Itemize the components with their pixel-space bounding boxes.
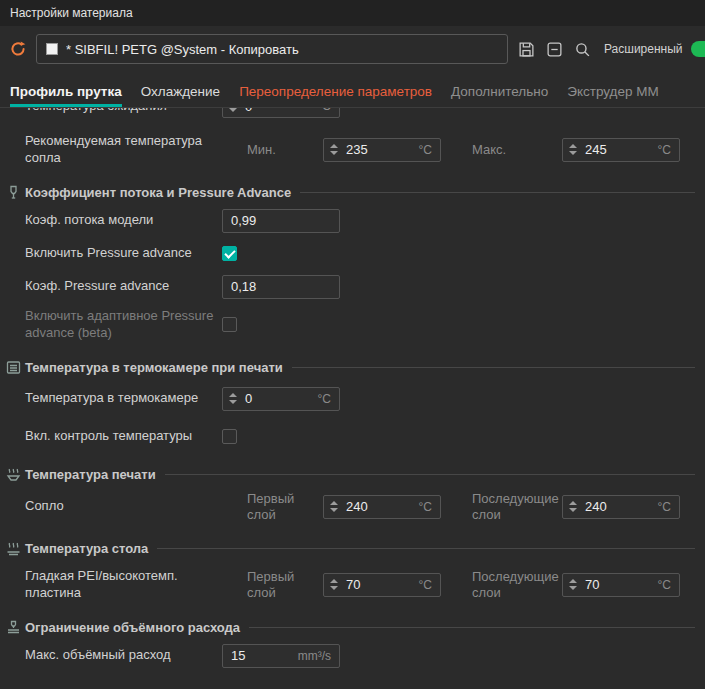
nozzle-temp-min-spinner[interactable]: 235 °C [323, 138, 441, 162]
reco-nozzle-temp-label: Рекомендуемая температура сопла [25, 133, 222, 167]
bed-plate-label: Гладкая PEI/высокотемп. пластина [25, 568, 222, 602]
preset-bar: * SIBFIL! PETG @System - Копировать Расш… [0, 26, 705, 72]
nozzle-label: Сопло [25, 498, 222, 515]
row-nozzle-temperature: Сопло Первый слой 240 °C Последующие сло… [0, 491, 705, 524]
chamber-temp-label: Температура в термокамере [25, 390, 222, 407]
chamber-temp-spinner[interactable]: 0 °C [222, 387, 340, 411]
section-title: Температура печати [25, 467, 156, 482]
row-chamber-temperature: Температура в термокамере 0 °C [0, 387, 705, 411]
section-chamber-temperature: Температура в термокамере при печати [0, 360, 705, 375]
tab-advanced[interactable]: Дополнительно [451, 84, 548, 107]
row-recommended-nozzle-temp: Рекомендуемая температура сопла Мин. 235… [0, 133, 705, 167]
max-label: Макс. [472, 142, 562, 158]
section-flow-pressure-advance: Коэффициент потока и Pressure Advance [0, 185, 705, 200]
volumetric-section-icon [4, 620, 22, 635]
row-pressure-advance-value: Коэф. Pressure advance 0,18 [0, 275, 705, 299]
nozzle-temp-max-spinner[interactable]: 245 °C [562, 138, 680, 162]
filament-color-swatch [46, 43, 58, 55]
flow-ratio-input[interactable]: 0,99 [222, 209, 340, 233]
spinner-arrows-icon[interactable] [569, 144, 577, 155]
section-title: Ограничение объёмного расхода [25, 620, 240, 635]
spinner-arrows-icon[interactable] [569, 501, 577, 512]
section-title: Температура в термокамере при печати [25, 360, 283, 375]
adaptive-pa-checkbox[interactable] [222, 317, 237, 332]
bed-temp-section-icon [4, 541, 22, 556]
tab-bar: Профиль прутка Охлаждение Переопределени… [0, 72, 705, 108]
spinner-arrows-icon[interactable] [569, 579, 577, 590]
window-title: Настройки материала [10, 6, 133, 20]
tab-cooling[interactable]: Охлаждение [141, 84, 220, 107]
spinner-arrows-icon[interactable] [330, 144, 338, 155]
first-layer-label: Первый слой [247, 569, 323, 602]
chamber-control-label: Вкл. контроль температуры [25, 428, 222, 445]
nozzle-first-layer-spinner[interactable]: 240 °C [323, 495, 441, 519]
volumetric-speed-label: Макс. объёмный расход [25, 647, 222, 664]
row-flow-ratio: Коэф. потока модели 0,99 [0, 209, 705, 233]
row-adaptive-pressure-advance: Включить адаптивное Pressure advance (be… [0, 308, 705, 342]
enable-pa-checkbox[interactable] [222, 246, 237, 261]
section-bed-temperature: Температура стола [0, 541, 705, 556]
idle-temp-label: Температура ожидания [25, 108, 222, 114]
section-volumetric-limit: Ограничение объёмного расхода [0, 620, 705, 635]
search-button[interactable] [572, 39, 592, 59]
tab-mm-extruder[interactable]: Экструдер ММ [567, 84, 659, 107]
next-layers-label: Последующие слои [472, 491, 562, 524]
tab-filament-profile[interactable]: Профиль прутка [10, 84, 122, 107]
print-temp-section-icon [4, 467, 22, 482]
min-label: Мин. [247, 142, 323, 158]
section-divider [300, 192, 695, 193]
section-divider [157, 548, 695, 549]
bed-first-layer-spinner[interactable]: 70 °C [323, 573, 441, 597]
clipped-row-idle-temp: Температура ожидания 0 °C [0, 108, 705, 121]
flow-section-icon [4, 185, 22, 200]
minus-icon [546, 41, 563, 58]
section-divider [249, 627, 695, 628]
pa-value-label: Коэф. Pressure advance [25, 278, 222, 295]
section-divider [165, 474, 695, 475]
advanced-mode-toggle[interactable] [691, 41, 705, 57]
bed-next-layers-spinner[interactable]: 70 °C [562, 573, 680, 597]
save-icon [518, 41, 535, 58]
spinner-arrows-icon[interactable] [330, 579, 338, 590]
preset-selector[interactable]: * SIBFIL! PETG @System - Копировать [36, 34, 508, 64]
spinner-arrows-icon[interactable] [330, 501, 338, 512]
section-title: Температура стола [25, 541, 148, 556]
spinner-arrows-icon[interactable] [229, 108, 237, 112]
nozzle-next-layers-spinner[interactable]: 240 °C [562, 495, 680, 519]
chamber-control-checkbox[interactable] [222, 429, 237, 444]
first-layer-label: Первый слой [247, 491, 323, 524]
section-title: Коэффициент потока и Pressure Advance [25, 185, 291, 200]
search-icon [574, 41, 591, 58]
row-bed-temperature: Гладкая PEI/высокотемп. пластина Первый … [0, 568, 705, 602]
enable-pa-label: Включить Pressure advance [25, 245, 222, 262]
row-chamber-temp-control: Вкл. контроль температуры [0, 425, 705, 449]
settings-content: Температура ожидания 0 °C Рекомендуемая … [0, 108, 705, 668]
undo-icon [9, 40, 27, 58]
advanced-mode-label: Расширенный [604, 42, 683, 56]
preset-name: * SIBFIL! PETG @System - Копировать [66, 42, 299, 57]
volumetric-speed-input[interactable]: 15 mm³/s [222, 644, 340, 668]
spinner-arrows-icon[interactable] [229, 393, 237, 404]
adaptive-pa-label: Включить адаптивное Pressure advance (be… [25, 308, 222, 342]
delete-preset-button[interactable] [544, 39, 564, 59]
next-layers-label: Последующие слои [472, 569, 562, 602]
row-enable-pressure-advance: Включить Pressure advance [0, 242, 705, 266]
window-titlebar: Настройки материала [0, 0, 705, 26]
section-divider [292, 367, 695, 368]
flow-ratio-label: Коэф. потока модели [25, 212, 222, 229]
row-max-volumetric-speed: Макс. объёмный расход 15 mm³/s [0, 644, 705, 668]
idle-temp-spinner[interactable]: 0 °C [222, 108, 340, 118]
section-print-temperature: Температура печати [0, 467, 705, 482]
save-preset-button[interactable] [516, 39, 536, 59]
tab-parameter-overrides[interactable]: Переопределение параметров [239, 84, 432, 107]
chamber-section-icon [4, 360, 22, 375]
undo-reset-button[interactable] [8, 39, 28, 59]
pa-value-input[interactable]: 0,18 [222, 275, 340, 299]
